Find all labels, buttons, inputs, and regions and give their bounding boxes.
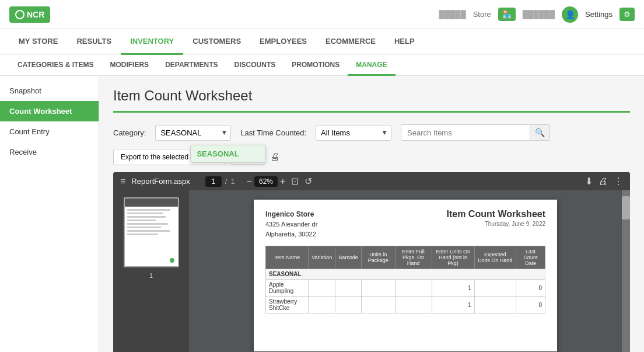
col-variation: Variation xyxy=(309,246,335,269)
row1-last-count: 0 xyxy=(516,280,545,297)
sidebar-item-count-entry[interactable]: Count Entry xyxy=(0,121,99,142)
dropdown-option-seasonal[interactable]: SEASONAL xyxy=(191,145,265,162)
row1-units-pkg xyxy=(361,280,395,297)
nav-customers[interactable]: CUSTOMERS xyxy=(183,29,250,55)
pdf-total-pages: 1 xyxy=(230,177,235,186)
subnav-departments[interactable]: DEPARTMENTS xyxy=(157,55,226,76)
pdf-store-name: Ingenico Store xyxy=(265,209,317,219)
nav-results[interactable]: RESULTS xyxy=(67,29,121,55)
row2-last-count: 0 xyxy=(516,297,545,313)
pdf-page-thumbnail[interactable] xyxy=(124,197,179,267)
pdf-report-title-area: Item Count Worksheet Thursday, June 9, 2… xyxy=(447,209,546,227)
col-item-name: Item Name xyxy=(266,246,309,269)
pdf-thumb-inner xyxy=(125,198,178,266)
sidebar-item-snapshot[interactable]: Snapshot xyxy=(0,81,99,101)
store-name: █████ xyxy=(439,10,466,19)
pdf-filename: ReportForm.aspx xyxy=(131,177,190,186)
category-select[interactable]: SEASONAL xyxy=(155,125,231,141)
pdf-fit-button[interactable]: ⊡ xyxy=(291,176,299,187)
pdf-rotate-button[interactable]: ↺ xyxy=(304,176,312,187)
row1-full-pkgs xyxy=(395,280,432,297)
subnav-manage[interactable]: MANAGE xyxy=(348,55,395,76)
main-nav: MY STORE RESULTS INVENTORY CUSTOMERS EMP… xyxy=(0,29,644,55)
row2-full-pkgs xyxy=(395,297,432,313)
row1-barcode xyxy=(335,280,362,297)
col-expected: Expected Units On Hand xyxy=(474,246,516,269)
row1-expected xyxy=(474,280,516,297)
pdf-page-content: Ingenico Store 4325 Alexander dr Alphare… xyxy=(254,200,557,351)
pdf-toolbar: ≡ ReportForm.aspx 1 / 1 − 62% + ⊡ ↺ ⬇ 🖨 … xyxy=(113,172,630,190)
pdf-download-button[interactable]: ⬇ xyxy=(585,176,593,187)
sidebar-item-receive[interactable]: Receive xyxy=(0,142,99,162)
row1-units-hand: 1 xyxy=(432,280,474,297)
settings-label: Settings xyxy=(585,10,612,19)
logo-circle xyxy=(15,10,24,19)
sidebar: Snapshot Count Worksheet Count Entry Rec… xyxy=(0,76,99,352)
filter-row: Category: SEASONAL ▼ SEASONAL Last Time … xyxy=(113,124,630,141)
pdf-zoom-controls: − 62% + xyxy=(247,176,286,187)
pdf-menu-icon[interactable]: ≡ xyxy=(120,176,125,187)
thumb-green-dot xyxy=(170,258,174,263)
store-icon[interactable]: 🏪 xyxy=(498,8,516,21)
row2-variation xyxy=(309,297,335,313)
pdf-body: 1 Ingenico Store 4325 Alexander dr Alpha… xyxy=(113,190,630,352)
nav-my-store[interactable]: MY STORE xyxy=(9,29,67,55)
sidebar-item-count-worksheet[interactable]: Count Worksheet xyxy=(0,101,99,121)
page-title: Item Count Worksheet xyxy=(113,88,630,104)
pdf-zoom-in-button[interactable]: + xyxy=(280,176,285,187)
table-row: Strawberry ShitCke 1 0 xyxy=(266,297,545,313)
nav-employees[interactable]: EMPLOYEES xyxy=(250,29,316,55)
pdf-report-date: Thursday, June 9, 2022 xyxy=(447,221,546,227)
pdf-zoom-out-button[interactable]: − xyxy=(247,176,252,187)
subnav-modifiers[interactable]: MODIFIERS xyxy=(102,55,157,76)
subnav-promotions[interactable]: PROMOTIONS xyxy=(284,55,348,76)
last-counted-select-wrapper: All Items ▼ xyxy=(316,125,391,141)
pdf-thumbnail-pane: 1 xyxy=(113,190,189,352)
row2-expected xyxy=(474,297,516,313)
header-store-area: █████ Store 🏪 ██████ 👤 Settings ⚙ xyxy=(439,6,635,23)
logo-text: NCR xyxy=(27,10,44,19)
pdf-print-button[interactable]: 🖨 xyxy=(598,176,608,187)
table-section-row: SEASONAL xyxy=(266,269,545,280)
thumb-header-bar xyxy=(125,198,178,207)
pdf-more-button[interactable]: ⋮ xyxy=(614,176,623,187)
col-units-hand: Enter Units On Hand (not in Pkg) xyxy=(432,246,474,269)
table-row: Apple Dumpling 1 0 xyxy=(266,280,545,297)
nav-ecommerce[interactable]: ECOMMERCE xyxy=(316,29,385,55)
pdf-page-input[interactable]: 1 xyxy=(205,176,222,187)
row2-units-hand: 1 xyxy=(432,297,474,313)
pdf-store-info: Ingenico Store 4325 Alexander dr Alphare… xyxy=(265,209,317,239)
category-dropdown-overlay: SEASONAL xyxy=(190,145,266,163)
pdf-page-separator: / xyxy=(225,177,228,186)
search-button[interactable]: 🔍 xyxy=(530,125,550,140)
category-label: Category: xyxy=(113,128,146,137)
col-full-pkgs: Enter Full Pkgs. On Hand xyxy=(395,246,432,269)
nav-inventory[interactable]: INVENTORY xyxy=(121,29,183,55)
main-content: Item Count Worksheet Category: SEASONAL … xyxy=(99,76,644,352)
category-select-wrapper: SEASONAL ▼ SEASONAL xyxy=(155,125,231,141)
subnav-categories-items[interactable]: CATEGORIES & ITEMS xyxy=(9,55,102,76)
top-header: NCR █████ Store 🏪 ██████ 👤 Settings ⚙ xyxy=(0,0,644,29)
pdf-zoom-value: 62% xyxy=(254,176,278,187)
subnav-discounts[interactable]: DISCOUNTS xyxy=(226,55,284,76)
search-input[interactable] xyxy=(401,126,530,140)
search-box: 🔍 xyxy=(401,124,550,141)
nav-help[interactable]: HELP xyxy=(385,29,424,55)
last-time-counted-label: Last Time Counted: xyxy=(240,128,306,137)
page-layout: Snapshot Count Worksheet Count Entry Rec… xyxy=(0,76,644,352)
settings-gear-icon[interactable]: ⚙ xyxy=(620,8,635,21)
green-divider xyxy=(113,111,630,113)
section-label: SEASONAL xyxy=(266,269,545,280)
pdf-scrollbar-thumb[interactable] xyxy=(622,196,630,219)
row1-variation xyxy=(309,280,335,297)
ncr-logo: NCR xyxy=(9,6,50,23)
pdf-page-controls: 1 / 1 xyxy=(205,176,235,187)
user-icon[interactable]: 👤 xyxy=(562,6,578,23)
row2-item: Strawberry ShitCke xyxy=(266,297,309,313)
print-button[interactable]: 🖨 xyxy=(270,152,279,162)
pdf-scrollbar[interactable] xyxy=(622,190,630,352)
pdf-main-page: Ingenico Store 4325 Alexander dr Alphare… xyxy=(189,190,622,352)
last-counted-select[interactable]: All Items xyxy=(316,125,391,141)
pdf-report-title: Item Count Worksheet xyxy=(447,209,546,219)
pdf-page-header: Ingenico Store 4325 Alexander dr Alphare… xyxy=(265,209,545,239)
